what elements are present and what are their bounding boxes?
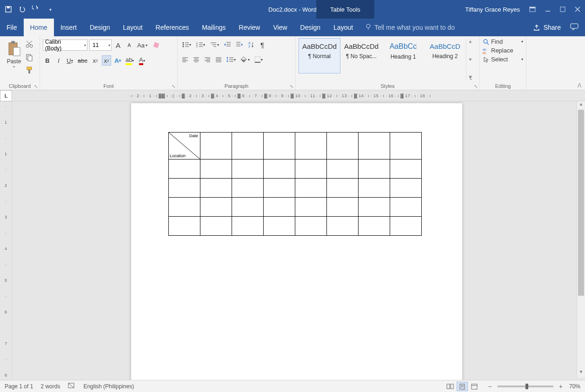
zoom-slider[interactable]: [498, 385, 553, 387]
table-cell[interactable]: [232, 133, 264, 159]
underline-button[interactable]: U▾: [65, 55, 74, 66]
tab-table-layout[interactable]: Layout: [327, 19, 359, 36]
table-cell[interactable]: [200, 159, 232, 179]
paste-button[interactable]: Paste ▾: [3, 38, 25, 80]
tell-me-search[interactable]: Tell me what you want to do: [359, 19, 460, 36]
table-cell[interactable]: [390, 198, 422, 217]
table-cell[interactable]: [200, 217, 232, 236]
table-cell[interactable]: [264, 179, 295, 198]
qat-customize-icon[interactable]: ▾: [46, 5, 55, 14]
table-cell[interactable]: [390, 179, 422, 198]
style-heading-2[interactable]: AaBbCcD Heading 2: [424, 38, 466, 73]
replace-button[interactable]: abacReplace: [483, 47, 523, 54]
sort-button[interactable]: AZ: [246, 40, 256, 50]
tab-selector[interactable]: L: [0, 90, 12, 101]
style-normal[interactable]: AaBbCcDd ¶ Normal: [299, 38, 340, 73]
table-cell[interactable]: [232, 159, 264, 179]
font-name-combo[interactable]: Calibri (Body)▾: [43, 40, 87, 51]
align-right-button[interactable]: [203, 54, 212, 65]
font-size-combo[interactable]: 11▾: [89, 40, 112, 51]
justify-button[interactable]: [214, 54, 223, 65]
ribbon-display-options-icon[interactable]: [529, 7, 536, 12]
zoom-slider-thumb[interactable]: [525, 384, 528, 389]
font-launcher-icon[interactable]: ⤡: [172, 84, 175, 89]
clear-formatting-button[interactable]: [151, 40, 162, 50]
collapse-ribbon-icon[interactable]: ᐱ: [578, 82, 581, 89]
text-effects-button[interactable]: A▾: [113, 55, 122, 66]
redo-icon[interactable]: [32, 5, 41, 14]
read-mode-button[interactable]: [445, 382, 456, 391]
table-cell[interactable]: [295, 159, 327, 179]
strikethrough-button[interactable]: abc: [76, 55, 89, 66]
scroll-down-icon[interactable]: ▼: [577, 369, 585, 378]
tab-mailings[interactable]: Mailings: [195, 19, 232, 36]
vertical-ruler[interactable]: ·1·1·2·3·4·5·6·7·8·9·10·11·12·13·14·15·1…: [0, 101, 12, 388]
tab-layout[interactable]: Layout: [117, 19, 149, 36]
table-cell[interactable]: [295, 217, 327, 236]
font-color-button[interactable]: A▾: [137, 55, 146, 66]
table-cell[interactable]: [359, 179, 390, 198]
grow-font-button[interactable]: A: [113, 40, 123, 50]
borders-button[interactable]: ▾: [253, 54, 264, 65]
decrease-indent-button[interactable]: [222, 40, 233, 50]
web-layout-button[interactable]: [469, 382, 480, 391]
table-cell[interactable]: [200, 133, 232, 159]
bold-button[interactable]: B: [43, 55, 52, 66]
superscript-button[interactable]: x2: [102, 55, 111, 66]
tab-insert[interactable]: Insert: [54, 19, 83, 36]
highlight-button[interactable]: ab▾: [124, 55, 135, 66]
table-cell[interactable]: [200, 198, 232, 217]
tab-home[interactable]: Home: [24, 19, 54, 36]
italic-button[interactable]: I: [54, 55, 63, 66]
table-cell[interactable]: [359, 159, 390, 179]
multilevel-list-button[interactable]: ▾: [208, 40, 220, 50]
change-case-button[interactable]: Aa▾: [136, 40, 149, 50]
style-scroll-up-icon[interactable]: ▲: [466, 39, 474, 44]
increase-indent-button[interactable]: [234, 40, 245, 50]
document-table[interactable]: DateLocation: [168, 132, 422, 236]
comments-icon[interactable]: [570, 23, 578, 32]
style-gallery-expand-icon[interactable]: ▼̲: [466, 75, 474, 80]
horizontal-ruler[interactable]: · ı · 2 · ı · 1 · ı ▓▓ ı · ▯ · ı ▓ · 2 ·…: [12, 90, 585, 101]
zoom-level[interactable]: 70%: [569, 383, 580, 390]
save-icon[interactable]: [4, 5, 13, 14]
table-cell[interactable]: [327, 179, 359, 198]
print-layout-button[interactable]: [457, 382, 468, 391]
table-cell[interactable]: [264, 198, 295, 217]
find-button[interactable]: Find▾: [483, 38, 523, 45]
page-number-status[interactable]: Page 1 of 1: [5, 383, 33, 390]
scroll-thumb[interactable]: [578, 110, 584, 296]
close-icon[interactable]: [575, 7, 580, 12]
paragraph-launcher-icon[interactable]: ⤡: [290, 84, 293, 89]
table-cell[interactable]: [295, 198, 327, 217]
spelling-status-icon[interactable]: [67, 382, 76, 391]
table-cell[interactable]: [264, 217, 295, 236]
select-button[interactable]: Select▾: [483, 56, 523, 63]
table-cell[interactable]: [264, 159, 295, 179]
numbering-button[interactable]: 123▾: [194, 40, 206, 50]
style-scroll-down-icon[interactable]: ▼: [466, 57, 474, 62]
share-button[interactable]: Share: [533, 24, 561, 31]
zoom-out-button[interactable]: −: [486, 383, 494, 390]
tab-file[interactable]: File: [0, 19, 24, 36]
table-cell[interactable]: [264, 133, 295, 159]
table-cell[interactable]: [169, 159, 200, 179]
table-cell[interactable]: [327, 217, 359, 236]
show-hide-button[interactable]: ¶: [258, 40, 267, 50]
copy-icon[interactable]: [25, 53, 33, 63]
tab-review[interactable]: Review: [233, 19, 267, 36]
tab-references[interactable]: References: [149, 19, 196, 36]
word-count-status[interactable]: 2 words: [40, 383, 60, 390]
table-cell[interactable]: [359, 217, 390, 236]
table-cell[interactable]: [232, 217, 264, 236]
table-cell[interactable]: [232, 179, 264, 198]
table-cell[interactable]: [169, 198, 200, 217]
undo-icon[interactable]: [18, 5, 27, 14]
table-cell[interactable]: [390, 217, 422, 236]
bullets-button[interactable]: ▾: [180, 40, 193, 50]
format-painter-icon[interactable]: [25, 66, 33, 76]
minimize-icon[interactable]: [545, 7, 551, 12]
table-cell[interactable]: [200, 179, 232, 198]
cut-icon[interactable]: [25, 40, 33, 50]
table-cell[interactable]: [327, 198, 359, 217]
